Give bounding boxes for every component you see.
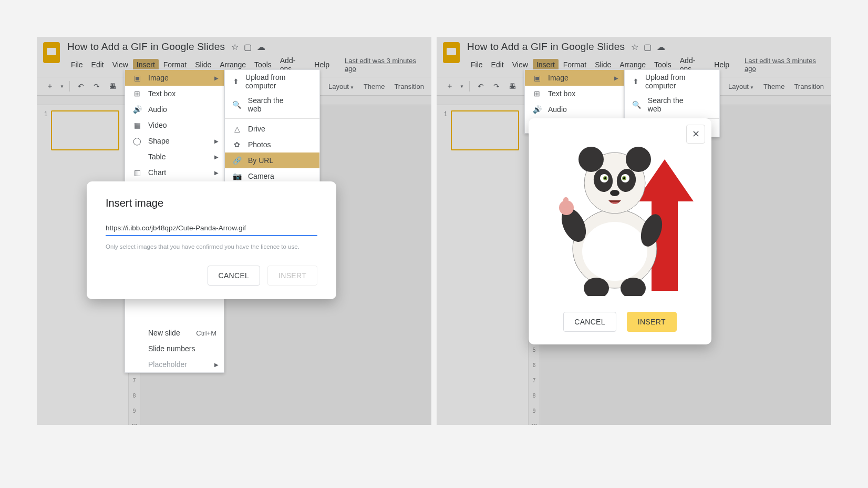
dd-slide-numbers[interactable]: Slide numbers [125, 341, 224, 357]
slides-logo[interactable] [43, 42, 60, 63]
panel-right: How to Add a GIF in Google Slides ☆ ▢ ☁ … [437, 37, 831, 425]
dd-new-slide[interactable]: New slideCtrl+M [125, 325, 224, 341]
sub-photos[interactable]: ✿Photos [225, 137, 319, 152]
layout-button[interactable]: Layout▼ [328, 83, 354, 90]
chart-icon: ▥ [132, 168, 142, 177]
cancel-button[interactable]: CANCEL [208, 266, 261, 286]
layout-button[interactable]: Layout▼ [728, 83, 754, 90]
menu-view[interactable]: View [109, 59, 132, 70]
slide-thumbnail[interactable] [51, 110, 119, 150]
link-icon: 🔗 [232, 156, 242, 165]
dd-video[interactable]: ▦Video [125, 117, 224, 133]
theme-button[interactable]: Theme [364, 83, 385, 90]
image-preview [541, 133, 699, 301]
new-slide-button[interactable]: ＋ [44, 80, 56, 92]
slide-thumbnail[interactable] [451, 110, 519, 150]
cloud-icon[interactable]: ☁ [257, 42, 265, 52]
textbox-icon: ⊞ [532, 89, 542, 98]
dd-image[interactable]: ▣Image▶ [125, 70, 224, 86]
image-icon: ▣ [132, 73, 142, 83]
dialog-title: Insert image [106, 197, 317, 209]
dialog-hint: Only select images that you have confirm… [106, 243, 317, 250]
redo-button[interactable]: ↷ [91, 80, 102, 92]
menu-file[interactable]: File [67, 59, 87, 70]
transition-button[interactable]: Transition [394, 83, 424, 90]
sub-drive[interactable]: △Drive [225, 121, 319, 137]
svg-point-10 [626, 147, 651, 172]
move-icon[interactable]: ▢ [644, 42, 652, 52]
print-button[interactable]: 🖶 [107, 80, 118, 92]
menu-arrange[interactable]: Arrange [616, 59, 649, 70]
doc-title[interactable]: How to Add a GIF in Google Slides [467, 41, 625, 53]
slides-panel: 1 [437, 105, 529, 425]
dropdown-caret-icon[interactable]: ▼ [60, 84, 64, 89]
dd-chart[interactable]: ▥Chart▶ [125, 165, 224, 180]
dd-shape[interactable]: ◯Shape▶ [125, 133, 224, 149]
star-icon[interactable]: ☆ [631, 42, 638, 52]
menu-arrange[interactable]: Arrange [216, 59, 250, 70]
menu-format[interactable]: Format [160, 59, 190, 70]
menu-format[interactable]: Format [560, 59, 590, 70]
redo-button[interactable]: ↷ [491, 80, 502, 92]
video-icon: ▦ [132, 120, 142, 130]
dd-textbox[interactable]: ⊞Text box [525, 86, 624, 101]
insert-button[interactable]: INSERT [267, 266, 317, 286]
undo-button[interactable]: ↶ [75, 80, 87, 92]
svg-point-19 [610, 190, 619, 196]
menu-insert[interactable]: Insert [133, 59, 159, 70]
menu-help[interactable]: Help [710, 59, 733, 70]
cloud-icon[interactable]: ☁ [657, 42, 665, 52]
image-submenu: ⬆Upload from computer 🔍Search the web △D… [224, 69, 320, 185]
menu-help[interactable]: Help [311, 59, 333, 70]
insert-button[interactable]: INSERT [627, 312, 677, 332]
url-input[interactable] [106, 222, 317, 236]
svg-point-15 [604, 177, 606, 179]
move-icon[interactable]: ▢ [244, 42, 252, 52]
sub-by-url[interactable]: 🔗By URL [225, 152, 319, 168]
doc-title[interactable]: How to Add a GIF in Google Slides [67, 41, 225, 53]
photos-icon: ✿ [232, 140, 242, 149]
dd-textbox[interactable]: ⊞Text box [125, 86, 224, 101]
search-icon: 🔍 [232, 100, 242, 109]
undo-button[interactable]: ↶ [475, 80, 487, 92]
star-icon[interactable]: ☆ [231, 42, 239, 52]
svg-rect-7 [563, 197, 569, 208]
menu-edit[interactable]: Edit [488, 59, 508, 70]
svg-point-18 [623, 177, 625, 179]
menu-slide[interactable]: Slide [591, 59, 615, 70]
close-button[interactable]: ✕ [686, 125, 705, 144]
audio-icon: 🔊 [132, 105, 142, 114]
close-icon: ✕ [692, 128, 700, 140]
menu-view[interactable]: View [509, 59, 532, 70]
dropdown-caret-icon[interactable]: ▼ [460, 84, 464, 89]
sub-upload[interactable]: ⬆Upload from computer [225, 70, 319, 93]
slide-number: 1 [44, 110, 48, 150]
menu-insert[interactable]: Insert [533, 59, 559, 70]
camera-icon: 📷 [232, 171, 242, 181]
menu-tools[interactable]: Tools [650, 59, 675, 70]
last-edit[interactable]: Last edit was 3 minutes ago [745, 57, 825, 73]
cancel-button[interactable]: CANCEL [563, 312, 616, 332]
dd-audio[interactable]: 🔊Audio [125, 101, 224, 117]
shape-icon: ◯ [132, 136, 142, 146]
last-edit[interactable]: Last edit was 3 minutes ago [345, 57, 425, 73]
dd-image[interactable]: ▣Image▶ [525, 70, 624, 86]
slides-logo[interactable] [443, 42, 460, 63]
sub-search[interactable]: 🔍Search the web [625, 93, 719, 116]
transition-button[interactable]: Transition [794, 83, 824, 90]
new-slide-button[interactable]: ＋ [444, 80, 456, 92]
theme-button[interactable]: Theme [763, 83, 784, 90]
panel-left: How to Add a GIF in Google Slides ☆ ▢ ☁ … [37, 37, 431, 425]
menu-file[interactable]: File [467, 59, 487, 70]
menu-tools[interactable]: Tools [251, 59, 275, 70]
sub-upload[interactable]: ⬆Upload from computer [625, 70, 719, 93]
audio-icon: 🔊 [532, 105, 542, 114]
dd-table[interactable]: Table▶ [125, 149, 224, 165]
menu-edit[interactable]: Edit [88, 59, 108, 70]
print-button[interactable]: 🖶 [507, 80, 518, 92]
sub-search[interactable]: 🔍Search the web [225, 93, 319, 116]
dd-audio[interactable]: 🔊Audio [525, 101, 624, 117]
panda-arrow-image [546, 138, 694, 296]
dd-placeholder[interactable]: Placeholder▶ [125, 357, 224, 372]
menu-slide[interactable]: Slide [191, 59, 215, 70]
